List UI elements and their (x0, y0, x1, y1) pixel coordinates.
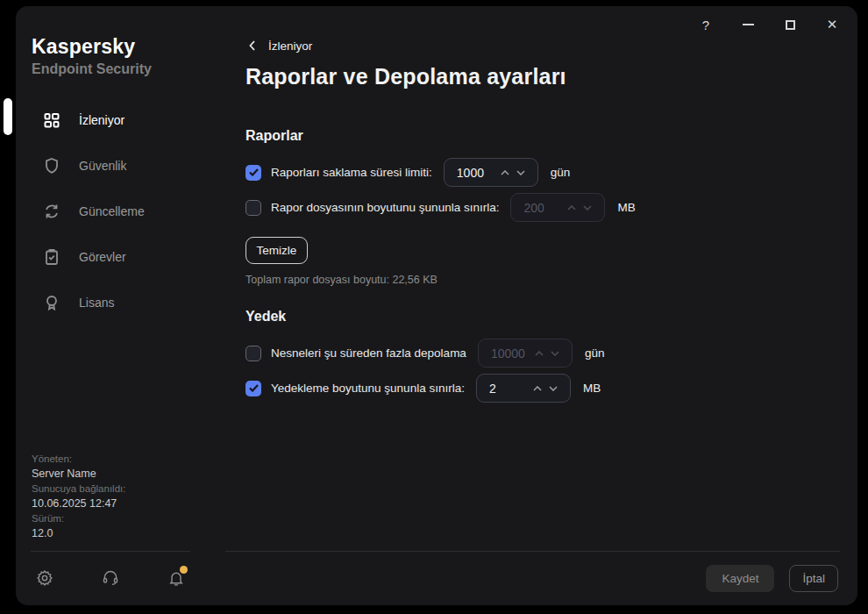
managed-by-label: Yöneten: (32, 454, 125, 465)
backup-size-label: Yedekleme boyutunu şununla sınırla: (271, 382, 465, 395)
backup-retention-label: Nesneleri şu süreden fazla depolama (271, 346, 466, 360)
report-filesize-label: Rapor dosyasının boyutunu şununla sınırl… (271, 201, 499, 214)
footer-buttons: Kaydet İptal (706, 551, 838, 605)
notifications-button[interactable] (167, 568, 186, 588)
backup-size-unit: MB (583, 382, 601, 395)
headset-icon (102, 569, 119, 587)
footer: Kaydet İptal (16, 551, 857, 605)
dashboard-icon (42, 111, 61, 130)
app-logo: Kaspersky Endpoint Security (32, 35, 152, 77)
save-button[interactable]: Kaydet (706, 565, 774, 592)
spin-up-icon (564, 200, 580, 216)
spin-up-icon[interactable] (497, 165, 513, 181)
report-filesize-spinner: 200 (510, 193, 605, 222)
report-retention-label: Raporları saklama süresi limiti: (271, 166, 432, 179)
gear-icon (36, 569, 53, 587)
spin-up-icon (531, 346, 547, 361)
breadcrumb[interactable]: İzleniyor (245, 39, 312, 53)
total-report-size: Toplam rapor dosyası boyutu: 22,56 KB (245, 274, 857, 286)
server-info: Yöneten: Server Name Sunucuya bağlanıldı… (32, 449, 125, 539)
version-value: 12.0 (32, 528, 125, 539)
notification-dot (180, 566, 188, 574)
app-window: ? ✕ Kaspersky Endpoint Security (16, 6, 857, 605)
license-icon (42, 293, 61, 312)
product-name: Endpoint Security (32, 61, 152, 77)
backup-retention-checkbox[interactable] (245, 346, 261, 361)
backup-size-value[interactable]: 2 (489, 382, 530, 396)
sidebar-item-lisans[interactable]: Lisans (16, 280, 226, 325)
report-retention-spinner[interactable]: 1000 (444, 158, 538, 187)
report-filesize-value: 200 (523, 201, 564, 215)
spin-down-icon (580, 200, 595, 216)
backup-retention-spinner: 10000 (478, 339, 573, 368)
cancel-button[interactable]: İptal (789, 565, 838, 592)
sidebar-item-label: Lisans (79, 296, 114, 310)
sidebar-item-label: İzleniyor (79, 113, 125, 127)
sidebar: Kaspersky Endpoint Security İzleniyor (16, 6, 226, 551)
report-retention-value[interactable]: 1000 (457, 166, 497, 180)
page-title: Raporlar ve Depolama ayarları (245, 64, 857, 89)
footer-icons (35, 551, 186, 605)
sidebar-item-label: Güvenlik (79, 159, 126, 173)
version-label: Sürüm: (32, 514, 125, 525)
report-filesize-checkbox[interactable] (245, 200, 261, 216)
managed-by-value: Server Name (32, 468, 125, 480)
backup-size-row: Yedekleme boyutunu şununla sınırla: 2 MB (245, 374, 857, 403)
sidebar-item-label: Güncelleme (79, 204, 145, 218)
report-retention-checkbox[interactable] (245, 165, 261, 181)
sidebar-item-izleniyor[interactable]: İzleniyor (16, 97, 226, 143)
report-retention-unit: gün (551, 166, 571, 179)
shield-icon (42, 156, 61, 175)
reports-section-title: Raporlar (245, 128, 857, 144)
breadcrumb-label: İzleniyor (268, 39, 312, 53)
back-icon (245, 39, 260, 53)
connected-label: Sunucuya bağlanıldı: (32, 484, 125, 495)
main-content: İzleniyor Raporlar ve Depolama ayarları … (226, 6, 857, 551)
spin-down-icon (547, 346, 563, 361)
sidebar-nav: İzleniyor Güvenlik (16, 97, 226, 325)
sidebar-item-label: Görevler (79, 250, 126, 264)
backup-section-title: Yedek (245, 309, 857, 325)
active-nav-indicator (4, 98, 12, 135)
brand-name: Kaspersky (32, 35, 152, 59)
backup-size-spinner[interactable]: 2 (476, 374, 571, 403)
refresh-icon (42, 202, 61, 221)
settings-button[interactable] (35, 568, 54, 588)
report-filesize-unit: MB (617, 201, 635, 214)
backup-retention-unit: gün (585, 346, 605, 360)
tasks-icon (42, 247, 61, 267)
clear-reports-button[interactable]: Temizle (245, 237, 308, 264)
backup-size-checkbox[interactable] (245, 381, 261, 396)
sidebar-item-gorevler[interactable]: Görevler (16, 234, 226, 280)
report-retention-row: Raporları saklama süresi limiti: 1000 gü… (245, 158, 857, 187)
checkmark-icon (249, 384, 259, 392)
spin-up-icon[interactable] (530, 381, 545, 396)
report-filesize-row: Rapor dosyasının boyutunu şununla sınırl… (245, 193, 857, 222)
checkmark-icon (249, 168, 259, 176)
spin-down-icon[interactable] (545, 381, 561, 396)
sidebar-item-guncelleme[interactable]: Güncelleme (16, 189, 226, 234)
sidebar-item-guvenlik[interactable]: Güvenlik (16, 143, 226, 189)
connected-value: 10.06.2025 12:47 (32, 498, 125, 510)
spin-down-icon[interactable] (513, 165, 529, 181)
support-button[interactable] (101, 568, 120, 588)
backup-retention-value: 10000 (491, 346, 531, 361)
backup-retention-row: Nesneleri şu süreden fazla depolama 1000… (245, 339, 857, 368)
